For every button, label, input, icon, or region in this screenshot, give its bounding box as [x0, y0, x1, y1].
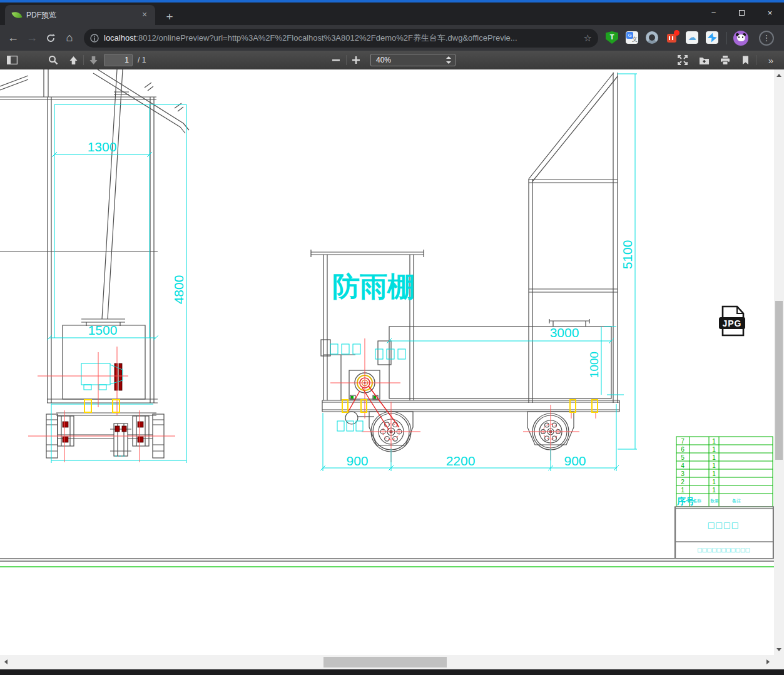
- belt-lines: [348, 386, 399, 430]
- bom-row-no: 4: [681, 462, 685, 469]
- bom-row-qty: 1: [712, 446, 716, 453]
- dim-1500: 1500: [88, 323, 118, 337]
- title-block: 7 1 6 1 5 1 4 1 3 1 2 1 1 1 序号 名称 数量 备注 …: [675, 437, 774, 559]
- extensions-row: T G文 ☁ ⋮: [606, 31, 774, 46]
- notification-badge: [674, 30, 680, 36]
- home-icon[interactable]: ⌂: [60, 29, 79, 48]
- drawing-border: [0, 559, 774, 567]
- dim-900-left: 900: [346, 454, 368, 468]
- pdf-toolbar: / 1 40% »: [0, 51, 784, 69]
- url-bar[interactable]: localhost:8012/onlinePreview?url=http%3A…: [84, 29, 598, 48]
- extension-translate-icon[interactable]: G文: [626, 31, 639, 44]
- extension-bird-icon[interactable]: [706, 31, 719, 44]
- profile-avatar[interactable]: [733, 31, 748, 46]
- bom-row-qty: 1: [712, 487, 716, 494]
- titlebar: PDF预览 × + − ×: [0, 3, 784, 25]
- left-view-dims: 1300 1500 4800: [88, 140, 186, 337]
- dim-1000: 1000: [588, 352, 601, 378]
- zoom-out-icon[interactable]: [328, 53, 344, 68]
- panda-eye-icon: [742, 36, 743, 38]
- url-text[interactable]: localhost:8012/onlinePreview?url=http%3A…: [104, 33, 580, 44]
- title-block-bottom-placeholder: □□□□□□□□□□□: [698, 546, 750, 554]
- horizontal-scrollbar-thumb[interactable]: [323, 657, 447, 667]
- vertical-scrollbar[interactable]: [774, 69, 784, 655]
- search-icon[interactable]: [45, 53, 61, 68]
- jpg-label: JPG: [722, 318, 741, 328]
- scroll-left-icon[interactable]: [0, 657, 9, 666]
- reload-icon[interactable]: [41, 29, 60, 48]
- bom-row-no: 1: [681, 487, 685, 494]
- page-count-label: / 1: [138, 56, 146, 64]
- panda-eye-icon: [738, 36, 740, 38]
- extension-robot-icon[interactable]: [666, 31, 679, 44]
- extension-cloud-icon[interactable]: ☁: [686, 31, 699, 44]
- toolbar-divider: [83, 55, 84, 65]
- tab-close-icon[interactable]: ×: [139, 9, 150, 21]
- bom-row-qty: 1: [712, 462, 716, 469]
- bom-row-qty: 1: [712, 470, 716, 477]
- zoom-in-icon[interactable]: [348, 53, 364, 68]
- jpg-placeholder-icon: JPG: [719, 307, 745, 335]
- bookmark-star-icon[interactable]: ☆: [584, 33, 592, 44]
- bom-row-no: 5: [681, 454, 685, 461]
- scroll-up-icon[interactable]: [774, 69, 784, 78]
- vertical-scrollbar-thumb[interactable]: [775, 301, 783, 460]
- shield-icon: T: [606, 31, 618, 44]
- dim-3000: 3000: [550, 325, 579, 340]
- bom-col-no: 序号: [676, 496, 695, 506]
- extension-tampermonkey-icon[interactable]: T: [606, 31, 619, 44]
- bookmark-icon[interactable]: [737, 53, 753, 68]
- scroll-right-icon[interactable]: [765, 657, 773, 666]
- dim-900-right: 900: [564, 454, 586, 468]
- info-icon[interactable]: [90, 34, 99, 43]
- zoom-level-value: 40%: [376, 56, 391, 64]
- scroll-down-icon[interactable]: [774, 646, 784, 655]
- ring-icon: [646, 31, 658, 44]
- extension-proxy-ring-icon[interactable]: [646, 31, 659, 44]
- dim-4800: 4800: [171, 275, 186, 305]
- maximize-icon: [739, 10, 745, 16]
- toolbar-divider: [346, 55, 347, 65]
- close-button[interactable]: ×: [756, 4, 784, 21]
- bom-row-qty: 1: [712, 479, 716, 485]
- extensions-separator: [726, 32, 726, 44]
- cloud-icon: ☁: [686, 31, 698, 44]
- bom-row-no: 7: [681, 438, 685, 445]
- forward-icon[interactable]: →: [23, 29, 41, 48]
- dim-1300: 1300: [88, 140, 117, 154]
- browser-menu-kebab-icon[interactable]: ⋮: [759, 31, 774, 46]
- bom-row-no: 2: [681, 479, 685, 485]
- bom-row-qty: 1: [712, 438, 716, 445]
- minimize-button[interactable]: −: [700, 4, 728, 21]
- pdf-page: 1300 1500 4800: [0, 69, 774, 655]
- toolbar-divider: [756, 55, 756, 65]
- dropdown-arrows-icon: [446, 56, 451, 64]
- zoom-level-dropdown[interactable]: 40%: [370, 54, 456, 66]
- horizontal-scrollbar[interactable]: [0, 655, 774, 669]
- presentation-mode-icon[interactable]: [675, 53, 691, 68]
- more-tools-icon[interactable]: »: [762, 53, 778, 68]
- sidebar-toggle-icon[interactable]: [4, 53, 20, 68]
- browser-tab[interactable]: PDF预览 ×: [5, 5, 155, 25]
- window-bottom-edge: [0, 669, 784, 675]
- right-view-motor: [351, 373, 376, 398]
- shelter-label: 防雨棚: [332, 271, 415, 302]
- back-icon[interactable]: ←: [4, 29, 23, 48]
- bom-row-no: 6: [681, 446, 685, 453]
- browser-navbar: ← → ⌂ localhost:8012/onlinePreview?url=h…: [0, 25, 784, 51]
- next-page-icon[interactable]: [85, 53, 101, 68]
- new-tab-button[interactable]: +: [161, 9, 178, 25]
- left-view-clamps: [84, 400, 120, 412]
- print-icon[interactable]: [717, 53, 733, 68]
- dim-2200: 2200: [446, 454, 476, 468]
- bom-col-note: 备注: [732, 498, 741, 504]
- previous-page-icon[interactable]: [65, 53, 81, 68]
- maximize-button[interactable]: [728, 4, 756, 21]
- dim-5100: 5100: [620, 240, 634, 270]
- translate-wen-icon: 文: [632, 36, 638, 44]
- bom-row-qty: 1: [712, 454, 716, 461]
- title-block-name-placeholder: □□□□: [708, 520, 740, 530]
- left-view: [0, 69, 189, 458]
- page-number-input[interactable]: [104, 54, 133, 66]
- open-file-icon[interactable]: [696, 53, 712, 68]
